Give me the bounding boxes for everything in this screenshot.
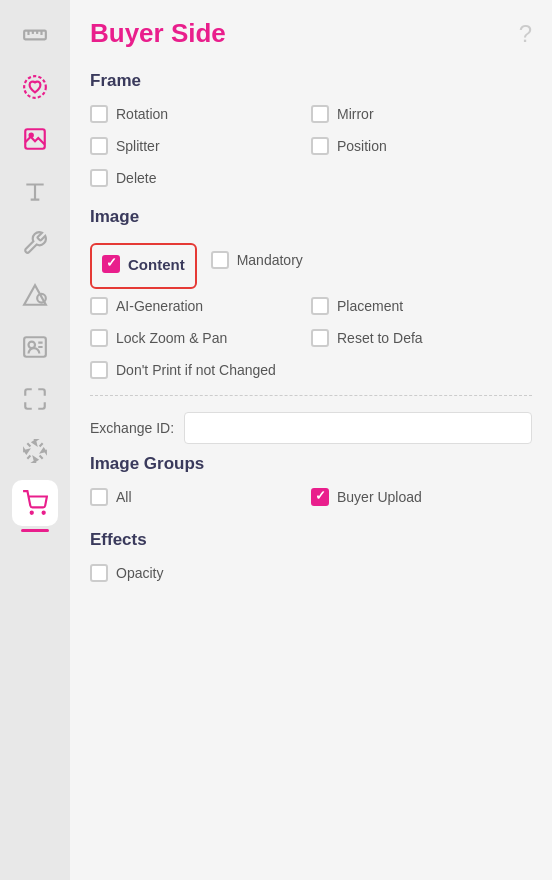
svg-point-5 — [24, 76, 46, 98]
sidebar-item-shapes[interactable] — [12, 272, 58, 318]
effects-title: Effects — [90, 530, 532, 550]
checkbox-delete-label[interactable]: Delete — [116, 170, 156, 186]
sidebar-item-image[interactable] — [12, 116, 58, 162]
checkbox-mandatory[interactable]: Mandatory — [211, 247, 303, 273]
content-highlight-box: Content — [90, 243, 197, 289]
checkbox-placement[interactable]: Placement — [311, 293, 532, 319]
frame-section: Frame Rotation Mirror Splitter Position … — [70, 61, 552, 203]
checkbox-mirror[interactable]: Mirror — [311, 101, 532, 127]
checkbox-rotation-label[interactable]: Rotation — [116, 106, 168, 122]
checkbox-position-input[interactable] — [311, 137, 329, 155]
checkbox-all-input[interactable] — [90, 488, 108, 506]
exchange-id-row: Exchange ID: — [70, 406, 552, 450]
checkbox-splitter-label[interactable]: Splitter — [116, 138, 160, 154]
checkbox-reset-default[interactable]: Reset to Defa — [311, 325, 532, 351]
checkbox-opacity-label[interactable]: Opacity — [116, 565, 163, 581]
checkbox-buyer-upload-input[interactable] — [311, 488, 329, 506]
page-title: Buyer Side — [90, 18, 226, 49]
image-checkbox-grid-2: AI-Generation Placement Lock Zoom & Pan … — [90, 293, 532, 351]
checkbox-content[interactable]: Content — [102, 251, 185, 277]
main-panel: Buyer Side ? Frame Rotation Mirror Split… — [70, 0, 552, 880]
sidebar-item-text[interactable] — [12, 168, 58, 214]
checkbox-buyer-upload[interactable]: Buyer Upload — [311, 484, 532, 510]
checkbox-dont-print-input[interactable] — [90, 361, 108, 379]
help-icon[interactable]: ? — [519, 20, 532, 48]
image-groups-grid: All Buyer Upload — [90, 484, 532, 510]
effects-section: Effects Opacity — [70, 522, 552, 592]
checkbox-placement-label[interactable]: Placement — [337, 298, 403, 314]
sidebar — [0, 0, 70, 880]
checkbox-opacity-input[interactable] — [90, 564, 108, 582]
checkbox-mandatory-label[interactable]: Mandatory — [237, 252, 303, 268]
checkbox-mirror-label[interactable]: Mirror — [337, 106, 374, 122]
checkbox-splitter[interactable]: Splitter — [90, 133, 311, 159]
sidebar-item-cart[interactable] — [12, 480, 58, 526]
checkbox-reset-default-input[interactable] — [311, 329, 329, 347]
svg-point-12 — [43, 512, 45, 514]
image-groups-section: Image Groups All Buyer Upload — [70, 450, 552, 522]
checkbox-dont-print-label[interactable]: Don't Print if not Changed — [116, 362, 276, 378]
checkbox-lock-zoom[interactable]: Lock Zoom & Pan — [90, 325, 311, 351]
checkbox-buyer-upload-label[interactable]: Buyer Upload — [337, 489, 422, 505]
checkbox-rotation-input[interactable] — [90, 105, 108, 123]
checkbox-placement-input[interactable] — [311, 297, 329, 315]
sidebar-item-contact[interactable] — [12, 324, 58, 370]
checkbox-mandatory-input[interactable] — [211, 251, 229, 269]
svg-rect-0 — [24, 31, 46, 40]
sidebar-item-magic[interactable] — [12, 428, 58, 474]
checkbox-ai-generation-label[interactable]: AI-Generation — [116, 298, 203, 314]
divider — [90, 395, 532, 396]
checkbox-position-label[interactable]: Position — [337, 138, 387, 154]
checkbox-delete[interactable]: Delete — [90, 165, 311, 191]
checkbox-mirror-input[interactable] — [311, 105, 329, 123]
sidebar-item-heart[interactable] — [12, 64, 58, 110]
frame-checkbox-grid: Rotation Mirror Splitter Position Delete — [90, 101, 532, 191]
exchange-id-input[interactable] — [184, 412, 532, 444]
checkbox-opacity[interactable]: Opacity — [90, 560, 532, 586]
checkbox-all[interactable]: All — [90, 484, 311, 510]
image-section-outer: Image Content Mandatory AI-Ge — [70, 203, 552, 385]
checkbox-ai-generation-input[interactable] — [90, 297, 108, 315]
checkbox-all-label[interactable]: All — [116, 489, 132, 505]
checkbox-ai-generation[interactable]: AI-Generation — [90, 293, 311, 319]
svg-point-11 — [31, 512, 33, 514]
checkbox-position[interactable]: Position — [311, 133, 532, 159]
header: Buyer Side ? — [70, 0, 552, 61]
checkbox-lock-zoom-input[interactable] — [90, 329, 108, 347]
checkbox-reset-default-label[interactable]: Reset to Defa — [337, 330, 423, 346]
checkbox-delete-input[interactable] — [90, 169, 108, 187]
frame-section-title: Frame — [90, 71, 532, 91]
sidebar-item-ruler[interactable] — [12, 12, 58, 58]
image-section-title: Image — [90, 207, 532, 233]
checkbox-lock-zoom-label[interactable]: Lock Zoom & Pan — [116, 330, 227, 346]
exchange-id-label: Exchange ID: — [90, 420, 174, 436]
checkbox-dont-print[interactable]: Don't Print if not Changed — [90, 357, 532, 383]
checkbox-content-label[interactable]: Content — [128, 256, 185, 273]
checkbox-splitter-input[interactable] — [90, 137, 108, 155]
image-groups-title: Image Groups — [90, 454, 532, 474]
sidebar-item-tools[interactable] — [12, 220, 58, 266]
checkbox-rotation[interactable]: Rotation — [90, 101, 311, 127]
sidebar-item-frame[interactable] — [12, 376, 58, 422]
checkbox-content-input[interactable] — [102, 255, 120, 273]
